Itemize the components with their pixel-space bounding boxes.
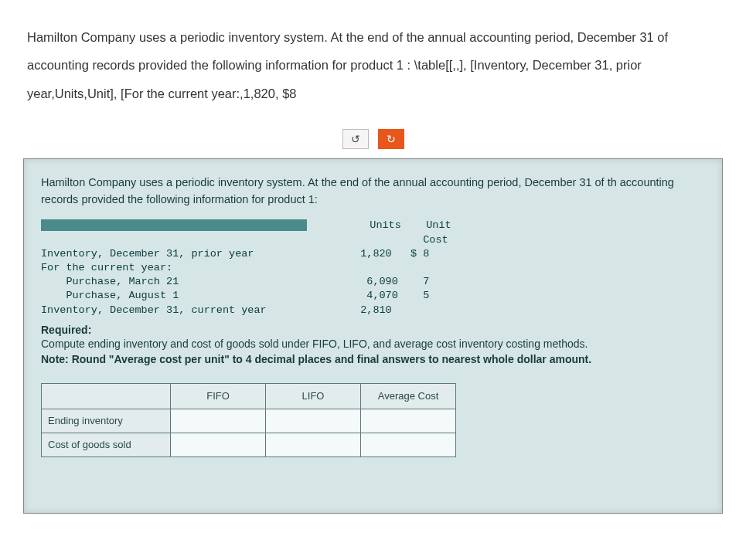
input-ei-lifo[interactable] [266, 409, 361, 433]
row-current-year: For the current year: [41, 262, 172, 273]
row-inv-current: Inventory, December 31, current year [41, 304, 267, 316]
data-table: Units Unit Cost Inventory, December 31, … [41, 219, 705, 317]
question-text: Hamilton Company uses a periodic invento… [0, 0, 746, 123]
input-ei-avg[interactable] [361, 409, 456, 433]
row-inv-prior-units: 1,820 [360, 248, 392, 260]
required-label: Required: [41, 324, 705, 336]
instructions: Compute ending inventory and cost of goo… [41, 336, 705, 368]
col-lifo: LIFO [266, 383, 361, 409]
col-cost: Cost [423, 234, 448, 246]
col-avg: Average Cost [361, 383, 456, 409]
row-cogs: Cost of goods sold [42, 433, 171, 456]
row-purch-aug-units: 4,070 [366, 290, 398, 301]
blank-header [42, 383, 171, 409]
row-ending-inventory: Ending inventory [42, 409, 171, 433]
toolbar: ↺ ↻ [0, 123, 746, 158]
input-cogs-fifo[interactable] [171, 433, 266, 456]
row-purch-mar-units: 6,090 [366, 276, 398, 287]
retry-button[interactable]: ↻ [378, 129, 404, 149]
input-cogs-lifo[interactable] [266, 433, 361, 456]
problem-panel: Hamilton Company uses a periodic invento… [23, 158, 723, 514]
row-inv-current-units: 2,810 [360, 304, 392, 316]
selected-cell [41, 219, 307, 231]
col-unit: Unit [426, 219, 451, 231]
row-purch-aug-cost: 5 [423, 290, 429, 301]
row-purch-aug: Purchase, August 1 [41, 290, 179, 301]
col-fifo: FIFO [171, 383, 266, 409]
input-cogs-avg[interactable] [361, 433, 456, 456]
input-ei-fifo[interactable] [171, 409, 266, 433]
row-inv-prior: Inventory, December 31, prior year [41, 248, 254, 260]
panel-intro: Hamilton Company uses a periodic invento… [41, 175, 705, 209]
row-purch-mar-cost: 7 [423, 276, 429, 287]
row-inv-prior-cost: $ 8 [410, 248, 429, 260]
instruct-line1: Compute ending inventory and cost of goo… [41, 338, 588, 350]
col-units: Units [370, 219, 401, 231]
reset-button[interactable]: ↺ [342, 129, 369, 149]
instruct-line2: Note: Round "Average cost per unit" to 4… [41, 353, 591, 365]
answer-table: FIFO LIFO Average Cost Ending inventory … [41, 383, 456, 457]
row-purch-mar: Purchase, March 21 [41, 276, 179, 287]
